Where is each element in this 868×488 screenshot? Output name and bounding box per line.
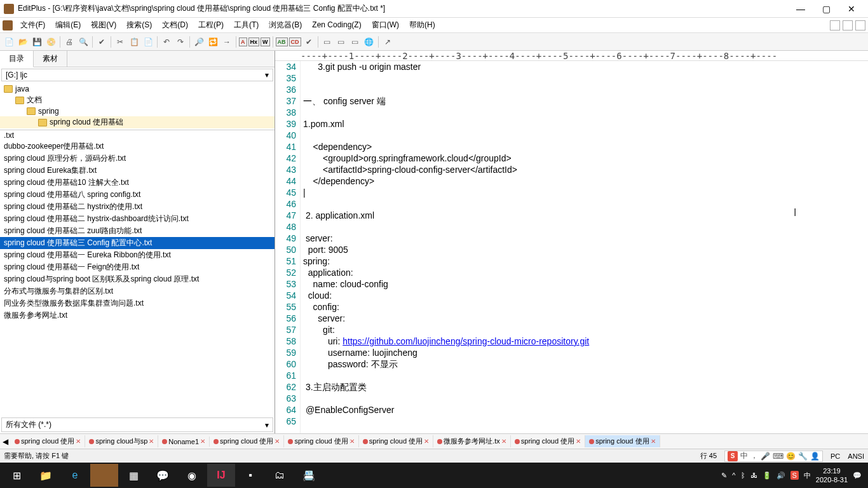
saveall-button[interactable]: 📀 (44, 36, 57, 48)
ime-tool-icon[interactable]: 🔧 (798, 452, 808, 461)
notifications-icon[interactable]: 💬 (853, 471, 862, 480)
wrap-badge[interactable]: W (261, 37, 270, 46)
tab-close-icon[interactable]: ✕ (275, 438, 280, 445)
hx-badge[interactable]: Hx (248, 37, 260, 46)
mdi-close-icon[interactable] (855, 20, 865, 30)
menu-item[interactable]: 工程(P) (193, 19, 229, 30)
wechat-icon[interactable]: 💬 (149, 464, 177, 487)
app-icon-2[interactable]: 🗂 (266, 464, 294, 487)
undo-button[interactable]: ↶ (160, 36, 173, 48)
filter-dropdown[interactable]: 所有文件 (*.*) ▾ (1, 417, 273, 432)
ime-emoji-icon[interactable]: 😊 (786, 452, 796, 461)
find-button[interactable]: 🔎 (193, 36, 205, 48)
file-item[interactable]: spring cloud 使用基础一 Eureka Ribbon的使用.txt (0, 249, 275, 261)
menu-item[interactable]: 搜索(S) (121, 19, 157, 30)
code-area[interactable]: 3435363738394041424344454647484950515253… (275, 61, 868, 433)
save-button[interactable]: 💾 (31, 36, 43, 48)
file-item[interactable]: spring cloud 使用基础一 Feign的使用.txt (0, 261, 275, 273)
tab-directory[interactable]: 目录 (0, 51, 34, 67)
chrome-icon[interactable]: ◉ (178, 464, 206, 487)
file-item[interactable]: spring cloud 使用基础三 Config 配置中心.txt (0, 237, 275, 249)
minimize-button[interactable]: — (788, 1, 813, 17)
close-button[interactable]: ✕ (839, 1, 864, 17)
tab-close-icon[interactable]: ✕ (501, 438, 506, 445)
tabs-prev-button[interactable]: ◀ (0, 436, 11, 447)
paste-button[interactable]: 📄 (142, 36, 154, 48)
system-tray[interactable]: ✎ ^ ᛒ 🖧 🔋 🔊 S 中 23:19 2020-8-31 💬 (721, 466, 865, 484)
mdi-min-icon[interactable] (830, 20, 840, 30)
tab-close-icon[interactable]: ✕ (349, 438, 355, 445)
tab-close-icon[interactable]: ✕ (200, 438, 205, 445)
tray-pen-icon[interactable]: ✎ (721, 471, 727, 480)
tray-battery-icon[interactable]: 🔋 (763, 471, 771, 480)
document-tab[interactable]: spring cloud与sp✕ (85, 435, 158, 447)
tray-net-icon[interactable]: 🖧 (750, 471, 757, 479)
tab-close-icon[interactable]: ✕ (76, 438, 81, 445)
document-tab[interactable]: spring cloud 使用✕ (511, 435, 585, 447)
start-button[interactable]: ⊞ (3, 464, 31, 487)
file-item[interactable]: spring cloud与spring boot 区别联系及spring clo… (0, 273, 275, 285)
ime-punct-icon[interactable]: ， (750, 451, 758, 461)
document-tab[interactable]: Noname1✕ (158, 437, 210, 447)
taskbar-clock[interactable]: 23:19 2020-8-31 (816, 466, 848, 484)
file-item[interactable]: dubbo-zookeeper使用基础.txt (0, 140, 275, 152)
document-tab[interactable]: spring cloud 使用✕ (284, 435, 358, 447)
app-icon-1[interactable]: ▦ (119, 464, 147, 487)
ie-icon[interactable]: e (61, 464, 89, 487)
html-a-badge[interactable]: A (239, 37, 247, 46)
cd-badge[interactable]: CD (289, 37, 301, 46)
explorer-icon[interactable]: 📁 (32, 464, 60, 487)
ime-bar[interactable]: S 中 ， 🎤 ⌨ 😊 🔧 👤 (724, 451, 823, 462)
tab-close-icon[interactable]: ✕ (651, 438, 656, 445)
preview-button[interactable]: 🔍 (77, 36, 90, 48)
menu-item[interactable]: 文档(D) (157, 19, 193, 30)
tree-node[interactable]: spring cloud 使用基础 (0, 116, 275, 128)
menu-item[interactable]: 浏览器(B) (264, 19, 307, 30)
file-item[interactable]: spring cloud 使用基础八 spring config.txt (0, 189, 275, 201)
menu-item[interactable]: 视图(V) (86, 19, 121, 30)
menu-item[interactable]: 文件(F) (15, 19, 50, 30)
tray-ime-icon[interactable]: S (790, 471, 799, 480)
tree-node[interactable]: spring (0, 106, 275, 116)
tab-close-icon[interactable]: ✕ (149, 438, 154, 445)
check-button[interactable]: ✔ (302, 36, 315, 48)
tree-node[interactable]: java (0, 84, 275, 94)
file-item[interactable]: spring cloud 使用基础二 hystrix-dashboard统计访问… (0, 213, 275, 225)
ime-lang[interactable]: 中 (740, 451, 748, 461)
file-item[interactable]: 分布式与微服务与集群的区别.txt (0, 285, 275, 297)
replace-button[interactable]: 🔁 (207, 36, 219, 48)
tray-lang-icon[interactable]: 中 (804, 471, 811, 480)
tree-node[interactable]: 文档 (0, 94, 275, 106)
file-item[interactable]: 同业务类型微服务数据库集群查询问题.txt (0, 297, 275, 309)
intellij-icon[interactable]: IJ (207, 464, 235, 487)
file-item[interactable]: 微服务参考网址.txt (0, 309, 275, 322)
code-text[interactable]: 3.git push -u origin master 一、 config se… (301, 61, 868, 433)
browser-button[interactable]: 🌐 (363, 36, 376, 48)
ime-user-icon[interactable]: 👤 (810, 452, 820, 461)
tray-bt-icon[interactable]: ᛒ (741, 471, 745, 479)
menu-item[interactable]: 工具(T) (229, 19, 264, 30)
col2-button[interactable]: ▭ (335, 36, 348, 48)
file-item[interactable]: spring cloud 使用基础10 注解大全.txt (0, 177, 275, 189)
git-url-link[interactable]: https://github.com/luojincheng/spring-cl… (342, 336, 589, 346)
file-item[interactable]: spring cloud 使用基础二 hystrix的使用.txt (0, 201, 275, 213)
spell-button[interactable]: ✔ (95, 36, 108, 48)
menu-item[interactable]: 编辑(E) (50, 19, 86, 30)
path-dropdown[interactable]: [G:] ljc ▾ (1, 69, 273, 81)
tab-close-icon[interactable]: ✕ (576, 438, 581, 445)
tab-material[interactable]: 素材 (34, 51, 67, 67)
redo-button[interactable]: ↷ (174, 36, 187, 48)
document-tab[interactable]: spring cloud 使用✕ (11, 435, 85, 447)
document-tab[interactable]: spring cloud 使用✕ (210, 435, 284, 447)
col1-button[interactable]: ▭ (321, 36, 334, 48)
ab-badge[interactable]: AB (276, 37, 288, 46)
document-tab[interactable]: spring cloud 使用✕ (585, 435, 660, 447)
menu-item[interactable]: 帮助(H) (404, 19, 440, 30)
arrow-button[interactable]: ↗ (381, 36, 394, 48)
tab-close-icon[interactable]: ✕ (424, 438, 429, 445)
terminal-icon[interactable]: ▪ (236, 464, 264, 487)
file-item[interactable]: .txt (0, 130, 275, 140)
document-tab[interactable]: 微服务参考网址.tx✕ (433, 435, 511, 447)
maximize-button[interactable]: ▢ (813, 1, 839, 17)
ime-keyboard-icon[interactable]: ⌨ (773, 452, 783, 461)
